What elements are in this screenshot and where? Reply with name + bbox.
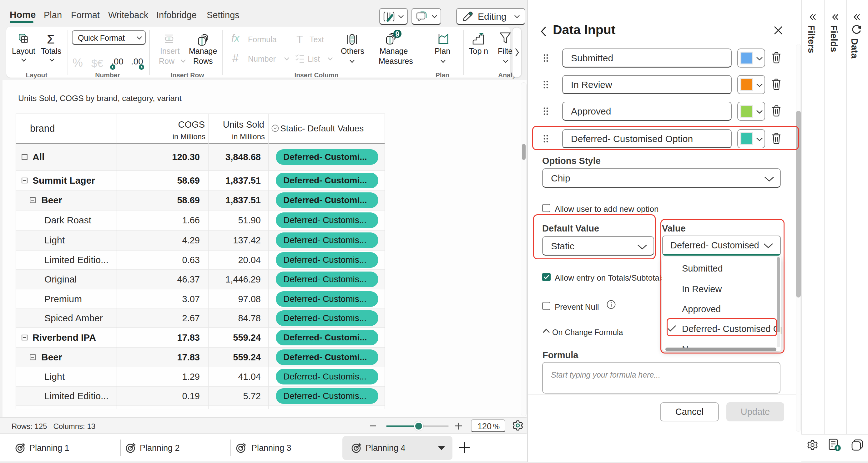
svg-text:9: 9 (395, 30, 399, 38)
